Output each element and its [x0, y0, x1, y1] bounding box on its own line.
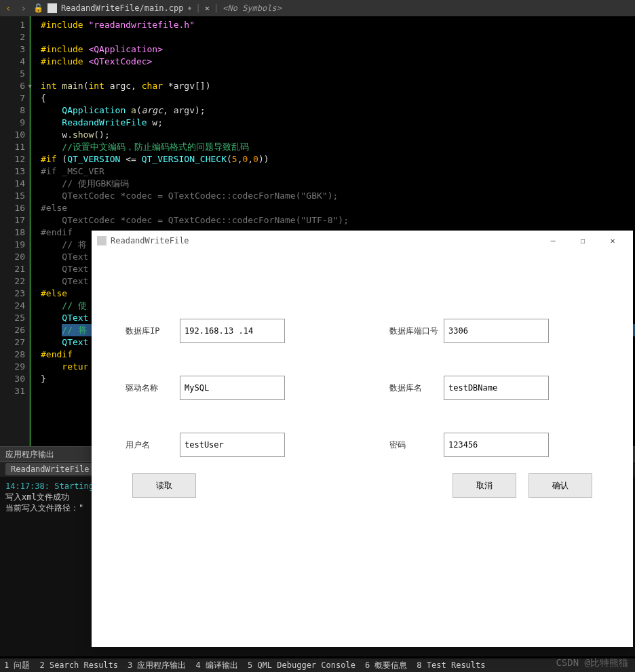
separator: |: [196, 3, 201, 13]
output-tab[interactable]: ReadandWriteFile: [5, 463, 95, 475]
code-line[interactable]: [41, 68, 635, 80]
line-number: 27: [0, 336, 25, 349]
code-line[interactable]: //设置中文编码，防止编码格式的问题导致乱码: [41, 141, 635, 153]
dbip-input[interactable]: [180, 319, 285, 343]
status-item[interactable]: 3 应用程序输出: [128, 660, 186, 671]
code-line[interactable]: #if _MSC_VER: [41, 165, 635, 178]
code-line[interactable]: QApplication a(argc, argv);: [41, 104, 635, 117]
status-item[interactable]: 5 QML Debugger Console: [248, 660, 355, 670]
dialog-button-row: 读取 取消 确认: [92, 473, 633, 498]
line-number: 7: [0, 92, 25, 104]
dialog-titlebar[interactable]: ReadandWriteFile — ☐ ✕: [92, 231, 633, 251]
line-number: 23: [0, 288, 25, 300]
dialog-body: 数据库IP 数据库端口号 驱动名称 数据库名 用户名 密码: [92, 251, 633, 484]
line-number: 24: [0, 300, 25, 312]
pwd-input[interactable]: [444, 433, 549, 457]
line-number: 8: [0, 104, 25, 117]
code-line[interactable]: {: [41, 92, 635, 104]
maximize-icon[interactable]: ☐: [568, 231, 598, 251]
file-dropdown-icon[interactable]: ♦: [188, 5, 192, 12]
dbip-label: 数据库IP: [126, 325, 180, 337]
field-dbport: 数据库端口号: [389, 319, 599, 343]
nav-forward-icon[interactable]: ›: [18, 3, 28, 14]
line-number: 19: [0, 239, 25, 251]
watermark: CSDN @比特熊猫: [556, 657, 628, 669]
line-number: 12: [0, 153, 25, 165]
dbport-label: 数据库端口号: [389, 325, 444, 337]
line-number: 28: [0, 349, 25, 361]
separator: |: [214, 3, 218, 13]
line-number: 29: [0, 361, 25, 373]
dbport-input[interactable]: [444, 319, 549, 343]
line-number: 16: [0, 202, 25, 214]
pwd-label: 密码: [389, 439, 444, 451]
code-line[interactable]: // 使用GBK编码: [41, 178, 635, 190]
line-number: 22: [0, 275, 25, 288]
code-line[interactable]: QTextCodec *codec = QTextCodec::codecFor…: [41, 214, 635, 226]
dbname-label: 数据库名: [389, 382, 444, 394]
line-number: 10: [0, 129, 25, 141]
line-number: 6▼: [0, 80, 25, 92]
symbols-dropdown[interactable]: <No Symbols>: [223, 3, 282, 13]
code-line[interactable]: ReadandWriteFile w;: [41, 117, 635, 129]
line-number: 13: [0, 165, 25, 178]
line-number: 15: [0, 190, 25, 202]
lock-icon[interactable]: 🔓: [33, 3, 43, 13]
code-line[interactable]: int main(int argc, char *argv[]): [41, 80, 635, 92]
code-line[interactable]: w.show();: [41, 129, 635, 141]
field-dbip: 数据库IP: [126, 319, 335, 343]
editor-toolbar: ‹ › 🔓 ReadandWriteFile/main.cpp ♦ | ✕ | …: [0, 0, 635, 16]
driver-input[interactable]: [180, 376, 285, 400]
line-number: 14: [0, 178, 25, 190]
line-number: 9: [0, 117, 25, 129]
line-number: 26: [0, 324, 25, 336]
driver-label: 驱动名称: [126, 382, 180, 394]
line-number: 1: [0, 19, 25, 31]
line-number: 4: [0, 56, 25, 68]
line-number: 18: [0, 226, 25, 239]
code-line[interactable]: #include <QApplication>: [41, 43, 635, 56]
line-number: 31: [0, 385, 25, 397]
line-number: 11: [0, 141, 25, 153]
dbname-input[interactable]: [444, 376, 549, 400]
line-number: 21: [0, 263, 25, 275]
field-user: 用户名: [126, 433, 335, 457]
code-line[interactable]: #else: [41, 202, 635, 214]
code-line[interactable]: #include <QTextCodec>: [41, 56, 635, 68]
code-line[interactable]: #if (QT_VERSION <= QT_VERSION_CHECK(5,0,…: [41, 153, 635, 165]
code-line[interactable]: #include "readandwritefile.h": [41, 19, 635, 31]
line-number: 5: [0, 68, 25, 80]
status-item[interactable]: 8 Test Results: [417, 660, 485, 670]
file-path[interactable]: ReadandWriteFile/main.cpp: [61, 3, 184, 13]
line-number: 2: [0, 31, 25, 43]
field-pwd: 密码: [389, 433, 599, 457]
dialog-window: ReadandWriteFile — ☐ ✕ 数据库IP 数据库端口号 驱动名称…: [92, 231, 633, 647]
user-input[interactable]: [180, 433, 285, 457]
code-line[interactable]: QTextCodec *codec = QTextCodec::codecFor…: [41, 190, 635, 202]
code-line[interactable]: [41, 31, 635, 43]
line-number: 25: [0, 312, 25, 324]
status-item[interactable]: 2 Search Results: [39, 660, 118, 670]
dialog-title: ReadandWriteFile: [111, 236, 538, 245]
status-item[interactable]: 1 问题: [4, 660, 30, 671]
field-driver: 驱动名称: [126, 376, 335, 400]
line-number: 3: [0, 43, 25, 56]
minimize-icon[interactable]: —: [538, 231, 568, 251]
status-item[interactable]: 4 编译输出: [196, 660, 238, 671]
read-button[interactable]: 读取: [132, 473, 196, 498]
cancel-button[interactable]: 取消: [453, 473, 516, 498]
status-bar: 1 问题2 Search Results3 应用程序输出4 编译输出5 QML …: [0, 658, 635, 672]
line-number: 20: [0, 251, 25, 263]
app-icon: [97, 236, 107, 245]
line-number-gutter: 123456▼789101112131415161718192021222324…: [0, 16, 30, 446]
status-item[interactable]: 6 概要信息: [365, 660, 407, 671]
field-dbname: 数据库名: [389, 376, 599, 400]
close-tab-icon[interactable]: ✕: [205, 3, 210, 13]
ok-button[interactable]: 确认: [528, 473, 592, 498]
nav-back-icon[interactable]: ‹: [3, 3, 14, 14]
line-number: 30: [0, 373, 25, 385]
user-label: 用户名: [126, 439, 180, 451]
close-icon[interactable]: ✕: [598, 231, 628, 251]
line-number: 17: [0, 214, 25, 226]
file-icon: [47, 3, 57, 13]
